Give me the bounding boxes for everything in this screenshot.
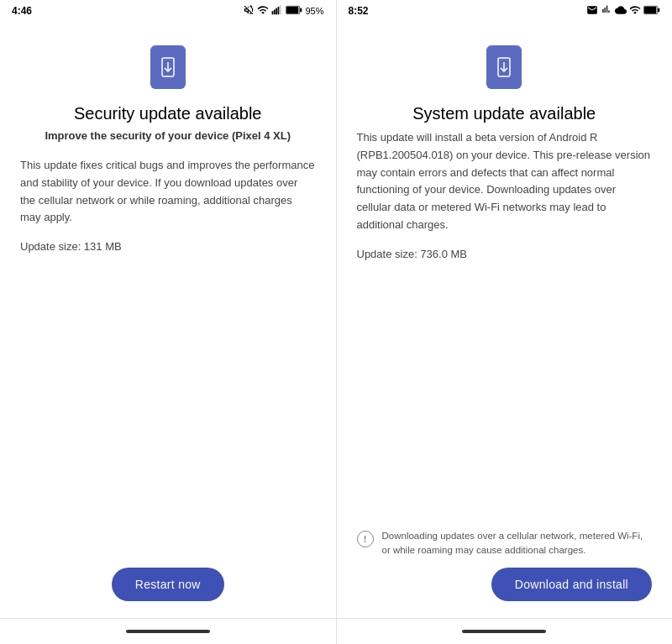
home-indicator-left [0, 619, 336, 644]
signal-icon-left [271, 4, 283, 18]
svg-rect-2 [276, 8, 278, 15]
time-left: 4:46 [12, 5, 32, 17]
restart-now-button[interactable]: Restart now [112, 568, 224, 601]
status-icons-left: 🔕 📶 🔋 95% 95% [243, 4, 323, 18]
home-indicator-right [337, 619, 673, 644]
wifi-icon-left [257, 4, 269, 18]
download-install-button[interactable]: Download and install [491, 568, 652, 601]
left-title: Security update available [20, 102, 316, 124]
phone-download-icon-left [150, 45, 186, 89]
left-bottom-area: Restart now [0, 558, 336, 618]
right-title: System update available [357, 102, 653, 124]
update-icon-wrapper-left [20, 45, 316, 89]
update-icon-wrapper-right [357, 45, 653, 89]
svg-rect-3 [278, 7, 280, 14]
warning-text: Downloading updates over a cellular netw… [382, 529, 653, 558]
home-bar-right [462, 630, 546, 633]
right-update-size: Update size: 736.0 MB [357, 246, 653, 264]
status-bar-right: 8:52 [337, 0, 673, 20]
mute-icon [243, 4, 255, 18]
left-update-size: Update size: 131 MB [20, 238, 316, 256]
svg-rect-11 [644, 7, 656, 13]
battery-text: 95% [305, 6, 323, 16]
wifi-icon-right [629, 4, 641, 18]
right-content: System update available This update will… [337, 20, 673, 519]
left-subtitle: Improve the security of your device (Pix… [20, 129, 316, 142]
home-bar-left [126, 630, 210, 633]
phone-download-icon-right [486, 45, 522, 89]
right-screen: 8:52 [337, 0, 673, 644]
status-bar-left: 4:46 🔕 📶 🔋 95% 95% [0, 0, 336, 20]
svg-rect-6 [287, 7, 299, 13]
right-description: This update will install a beta version … [357, 129, 653, 234]
right-bottom-area: ! Downloading updates over a cellular ne… [337, 519, 673, 619]
left-screen: 4:46 🔕 📶 🔋 95% 95% [0, 0, 337, 644]
warning-row: ! Downloading updates over a cellular ne… [357, 529, 653, 558]
signal-up-icon [601, 4, 612, 18]
warning-icon: ! [357, 531, 374, 547]
svg-rect-4 [280, 5, 281, 14]
svg-rect-12 [658, 8, 659, 12]
battery-icon-left [286, 5, 302, 17]
left-content: Security update available Improve the se… [0, 20, 336, 558]
svg-rect-7 [301, 8, 302, 12]
email-icon [586, 4, 598, 18]
battery-icon-right [643, 5, 660, 17]
svg-rect-0 [272, 11, 274, 14]
status-icons-right [586, 4, 660, 18]
cloud-icon [615, 4, 627, 18]
time-right: 8:52 [349, 5, 369, 17]
left-description: This update fixes critical bugs and impr… [20, 157, 316, 227]
svg-rect-1 [274, 9, 276, 14]
